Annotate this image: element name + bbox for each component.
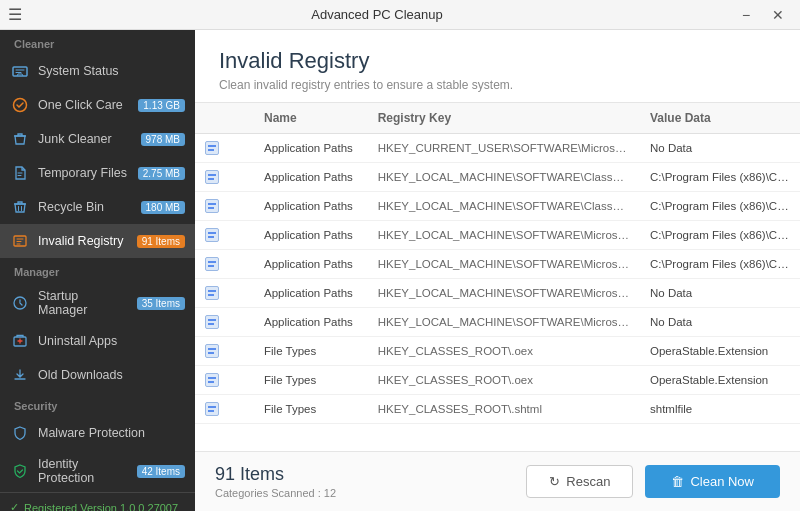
row-key: HKEY_CLASSES_ROOT\.shtml — [368, 395, 640, 424]
startup-manager-badge: 35 Items — [137, 297, 185, 310]
rescan-icon: ↻ — [549, 474, 560, 489]
table-row[interactable]: Application PathsHKEY_LOCAL_MACHINE\SOFT… — [195, 163, 800, 192]
close-button[interactable]: ✕ — [764, 1, 792, 29]
rescan-button[interactable]: ↻ Rescan — [526, 465, 633, 498]
row-key: HKEY_LOCAL_MACHINE\SOFTWARE\Microsoft\Wi… — [368, 250, 640, 279]
uninstall-apps-label: Uninstall Apps — [38, 334, 185, 348]
col-header-key: Registry Key — [368, 103, 640, 134]
registry-icon — [205, 228, 219, 242]
sidebar-item-identity-protection[interactable]: Identity Protection 42 Items — [0, 450, 195, 492]
minimize-button[interactable]: − — [732, 1, 760, 29]
one-click-care-label: One Click Care — [38, 98, 130, 112]
recycle-bin-badge: 180 MB — [141, 201, 185, 214]
temporary-files-label: Temporary Files — [38, 166, 130, 180]
one-click-care-badge: 1.13 GB — [138, 99, 185, 112]
col-header-name — [195, 103, 254, 134]
table-row[interactable]: Application PathsHKEY_LOCAL_MACHINE\SOFT… — [195, 308, 800, 337]
cleaner-section-label: Cleaner — [0, 30, 195, 54]
row-key: HKEY_LOCAL_MACHINE\SOFTWARE\Classes\Appl… — [368, 192, 640, 221]
sidebar-item-one-click-care[interactable]: One Click Care 1.13 GB — [0, 88, 195, 122]
row-value: shtmlfile — [640, 395, 800, 424]
sidebar-item-invalid-registry[interactable]: Invalid Registry 91 Items — [0, 224, 195, 258]
invalid-registry-icon — [10, 231, 30, 251]
registry-icon — [205, 141, 219, 155]
clean-now-button[interactable]: 🗑 Clean Now — [645, 465, 780, 498]
malware-protection-icon — [10, 423, 30, 443]
sidebar-item-uninstall-apps[interactable]: Uninstall Apps — [0, 324, 195, 358]
registry-icon — [205, 257, 219, 271]
row-key: HKEY_LOCAL_MACHINE\SOFTWARE\Microsoft\Wi… — [368, 308, 640, 337]
hamburger-icon[interactable]: ☰ — [8, 5, 22, 24]
row-key: HKEY_LOCAL_MACHINE\SOFTWARE\Microsoft\Wi… — [368, 221, 640, 250]
sidebar-item-startup-manager[interactable]: Startup Manager 35 Items — [0, 282, 195, 324]
row-key: HKEY_LOCAL_MACHINE\SOFTWARE\Microsoft\Wi… — [368, 279, 640, 308]
identity-protection-icon — [10, 461, 30, 481]
table-row[interactable]: Application PathsHKEY_LOCAL_MACHINE\SOFT… — [195, 221, 800, 250]
identity-protection-badge: 42 Items — [137, 465, 185, 478]
registry-icon — [205, 170, 219, 184]
row-value: OperaStable.Extension — [640, 337, 800, 366]
content-subtitle: Clean invalid registry entries to ensure… — [219, 78, 776, 92]
invalid-registry-badge: 91 Items — [137, 235, 185, 248]
app-title: Advanced PC Cleanup — [22, 7, 732, 22]
table-row[interactable]: File TypesHKEY_CLASSES_ROOT\.shtmlshtmlf… — [195, 395, 800, 424]
table-row[interactable]: File TypesHKEY_CLASSES_ROOT\.oexOperaSta… — [195, 366, 800, 395]
row-type: Application Paths — [254, 250, 368, 279]
row-type: Application Paths — [254, 279, 368, 308]
malware-protection-label: Malware Protection — [38, 426, 185, 440]
row-type: Application Paths — [254, 308, 368, 337]
clean-label: Clean Now — [690, 474, 754, 489]
old-downloads-icon — [10, 365, 30, 385]
security-section-label: Security — [0, 392, 195, 416]
window-controls: − ✕ — [732, 1, 792, 29]
sidebar-item-junk-cleaner[interactable]: Junk Cleaner 978 MB — [0, 122, 195, 156]
svg-rect-0 — [13, 67, 27, 76]
col-header-type: Name — [254, 103, 368, 134]
one-click-care-icon — [10, 95, 30, 115]
table-header-row: Name Registry Key Value Data — [195, 103, 800, 134]
col-header-value: Value Data — [640, 103, 800, 134]
row-value: C:\Program Files (x86)\CleverFile... — [640, 192, 800, 221]
table-row[interactable]: Application PathsHKEY_LOCAL_MACHINE\SOFT… — [195, 279, 800, 308]
row-icon-cell — [195, 337, 254, 366]
row-type: File Types — [254, 395, 368, 424]
row-type: File Types — [254, 366, 368, 395]
registry-icon — [205, 199, 219, 213]
row-icon-cell — [195, 221, 254, 250]
registry-icon — [205, 344, 219, 358]
manager-section-label: Manager — [0, 258, 195, 282]
junk-cleaner-label: Junk Cleaner — [38, 132, 133, 146]
row-type: Application Paths — [254, 221, 368, 250]
temporary-files-icon — [10, 163, 30, 183]
row-icon-cell — [195, 308, 254, 337]
identity-protection-label: Identity Protection — [38, 457, 129, 485]
row-type: File Types — [254, 337, 368, 366]
app-body: Cleaner System Status One Click Care 1.1… — [0, 30, 800, 511]
sidebar-item-malware-protection[interactable]: Malware Protection — [0, 416, 195, 450]
content-area: Invalid Registry Clean invalid registry … — [195, 30, 800, 511]
row-value: C:\Program Files (x86)\CleverFiles\ — [640, 221, 800, 250]
invalid-registry-label: Invalid Registry — [38, 234, 129, 248]
content-footer: 91 Items Categories Scanned : 12 ↻ Resca… — [195, 451, 800, 511]
row-value: C:\Program Files (x86)\CleverFiles\ — [640, 250, 800, 279]
table-row[interactable]: File TypesHKEY_CLASSES_ROOT\.oexOperaSta… — [195, 337, 800, 366]
sidebar-item-recycle-bin[interactable]: Recycle Bin 180 MB — [0, 190, 195, 224]
sidebar-item-system-status[interactable]: System Status — [0, 54, 195, 88]
registry-icon — [205, 402, 219, 416]
table-row[interactable]: Application PathsHKEY_LOCAL_MACHINE\SOFT… — [195, 250, 800, 279]
recycle-bin-label: Recycle Bin — [38, 200, 133, 214]
footer-buttons: ↻ Rescan 🗑 Clean Now — [526, 465, 780, 498]
row-icon-cell — [195, 395, 254, 424]
row-value: No Data — [640, 279, 800, 308]
row-icon-cell — [195, 250, 254, 279]
row-value: OperaStable.Extension — [640, 366, 800, 395]
table-container[interactable]: Name Registry Key Value Data Application… — [195, 103, 800, 451]
content-title: Invalid Registry — [219, 48, 776, 74]
rescan-label: Rescan — [566, 474, 610, 489]
table-row[interactable]: Application PathsHKEY_LOCAL_MACHINE\SOFT… — [195, 192, 800, 221]
sidebar-item-old-downloads[interactable]: Old Downloads — [0, 358, 195, 392]
table-row[interactable]: Application PathsHKEY_CURRENT_USER\SOFTW… — [195, 134, 800, 163]
temporary-files-badge: 2.75 MB — [138, 167, 185, 180]
sidebar-item-temporary-files[interactable]: Temporary Files 2.75 MB — [0, 156, 195, 190]
uninstall-apps-icon — [10, 331, 30, 351]
